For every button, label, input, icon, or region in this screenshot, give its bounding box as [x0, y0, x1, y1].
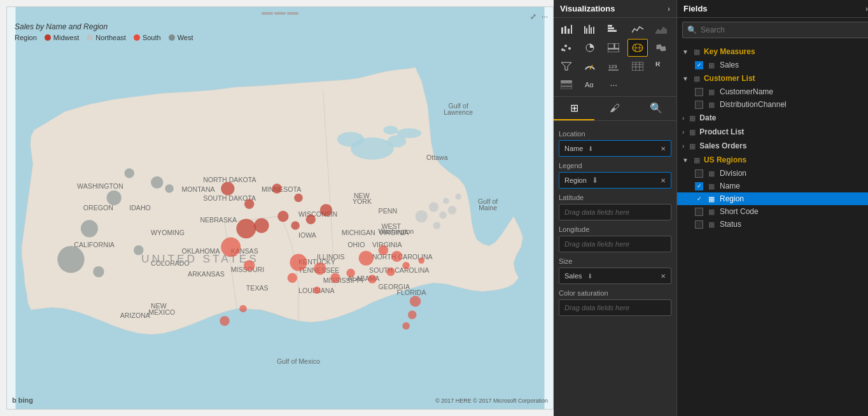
svg-text:IOWA: IOWA — [298, 231, 317, 239]
svg-point-56 — [107, 190, 122, 205]
legend-field-close[interactable]: ✕ — [661, 177, 666, 184]
size-field-close[interactable]: ✕ — [661, 273, 666, 280]
svg-rect-104 — [586, 28, 587, 34]
longitude-field-drop[interactable]: Drag data fields here — [559, 236, 671, 252]
svg-text:ARIZONA: ARIZONA — [120, 312, 151, 319]
viz-pie-icon[interactable] — [580, 39, 600, 57]
svg-text:Ottawa: Ottawa — [426, 154, 448, 161]
viz-slicer-icon[interactable] — [556, 76, 577, 94]
svg-point-66 — [291, 221, 300, 230]
legend-field-drop[interactable]: Region ⬇ ✕ — [559, 172, 671, 189]
svg-rect-116 — [608, 43, 614, 48]
viz-treemap-icon[interactable] — [603, 39, 624, 57]
key-measures-arrow: ▼ — [682, 48, 689, 55]
field-region-checkbox[interactable] — [695, 195, 703, 203]
viz-scatter-icon[interactable] — [556, 39, 577, 57]
map-copyright: © 2017 HERE © 2017 Microsoft Corporation — [435, 398, 548, 404]
svg-point-97 — [408, 310, 417, 319]
svg-point-73 — [314, 262, 326, 275]
map-more-icon[interactable]: ··· — [542, 12, 548, 21]
group-product-list[interactable]: › ▦ Product List — [677, 125, 868, 139]
svg-point-67 — [306, 215, 316, 224]
viz-tab-fields[interactable]: ⊞ — [554, 97, 594, 120]
group-key-measures[interactable]: ▼ ▦ Key Measures — [677, 45, 868, 59]
svg-point-88 — [239, 305, 247, 313]
map-expand-icon[interactable]: ⤢ — [530, 12, 536, 21]
fields-expand-arrow[interactable]: › — [865, 4, 868, 13]
location-field-drop[interactable]: Name ⬇ ✕ — [559, 140, 671, 157]
viz-tab-analytics[interactable]: 🔍 — [636, 97, 676, 120]
field-short-code-checkbox[interactable] — [695, 208, 703, 216]
color-field-drop[interactable]: Drag data fields here — [559, 299, 671, 316]
svg-point-60 — [93, 266, 104, 277]
viz-area-icon[interactable] — [651, 20, 671, 38]
viz-map-icon[interactable] — [627, 39, 648, 57]
viz-expand-arrow[interactable]: › — [668, 4, 670, 13]
svg-point-70 — [272, 183, 281, 193]
location-field-close[interactable]: ✕ — [661, 145, 666, 152]
group-sales-orders[interactable]: › ▦ Sales Orders — [677, 139, 868, 153]
group-date[interactable]: › ▦ Date — [677, 111, 868, 125]
svg-point-76 — [359, 251, 374, 266]
svg-point-72 — [290, 254, 307, 271]
size-field-drop[interactable]: Sales ⬇ ✕ — [559, 268, 671, 284]
svg-rect-101 — [568, 29, 570, 34]
group-customer-list[interactable]: ▼ ▦ Customer List — [677, 71, 868, 85]
search-input[interactable] — [682, 22, 868, 38]
svg-text:Lawrence: Lawrence — [444, 108, 473, 116]
field-sales-checkbox[interactable] — [695, 61, 703, 69]
visualizations-panel: Visualizations › — [554, 0, 677, 416]
latitude-field-drop[interactable]: Drag data fields here — [559, 204, 671, 220]
svg-point-111 — [561, 48, 564, 51]
field-customer-name[interactable]: ▦ CustomerName — [677, 85, 868, 98]
viz-kpi-icon[interactable]: 123 — [603, 57, 624, 75]
svg-point-58 — [151, 176, 163, 189]
viz-gauge-icon[interactable] — [580, 57, 600, 75]
product-list-label: Product List — [699, 127, 744, 136]
svg-point-3 — [337, 132, 365, 147]
svg-point-82 — [221, 237, 241, 257]
field-division[interactable]: ▦ Division — [677, 167, 868, 180]
svg-text:MONTANA: MONTANA — [181, 185, 215, 193]
svg-text:Maine: Maine — [479, 204, 497, 212]
viz-funnel-icon[interactable] — [556, 57, 577, 75]
svg-point-112 — [564, 45, 567, 47]
viz-matrix-icon[interactable]: R — [651, 57, 671, 75]
field-distribution-channel[interactable]: ▦ DistributionChannel — [677, 98, 868, 111]
viz-tab-format[interactable]: 🖌 — [594, 97, 635, 120]
viz-card-icon[interactable]: Aα — [580, 76, 600, 94]
viz-more-icon[interactable]: ··· — [603, 76, 624, 94]
viz-bar-clustered-icon[interactable] — [580, 20, 600, 38]
field-distribution-checkbox[interactable] — [695, 101, 703, 109]
svg-point-69 — [294, 194, 303, 203]
field-status-checkbox[interactable] — [695, 220, 703, 229]
field-customer-name-checkbox[interactable] — [695, 88, 703, 96]
date-arrow: › — [682, 115, 684, 122]
viz-filled-map-icon[interactable] — [651, 39, 671, 57]
fields-panel-header: Fields › — [677, 0, 868, 18]
svg-point-78 — [391, 251, 402, 262]
field-name-checkbox[interactable] — [695, 182, 703, 190]
svg-point-64 — [254, 218, 269, 233]
field-status[interactable]: ▦ Status — [677, 218, 868, 231]
product-list-arrow: › — [682, 129, 684, 136]
key-measures-table-icon: ▦ — [694, 48, 700, 56]
field-short-code[interactable]: ▦ Short Code — [677, 205, 868, 218]
field-region-label: Region — [720, 194, 744, 203]
fields-panel: Fields › 🔍 ▼ ▦ Key Measures ▦ Sales ▼ ▦ … — [677, 0, 868, 416]
group-us-regions[interactable]: ▼ ▦ US Regions — [677, 153, 868, 167]
customer-list-arrow: ▼ — [682, 75, 689, 82]
field-name[interactable]: ▦ Name — [677, 180, 868, 192]
field-region[interactable]: ▦ Region — [677, 192, 868, 205]
viz-column-icon[interactable] — [603, 20, 624, 38]
field-sales[interactable]: ▦ Sales — [677, 59, 868, 71]
svg-point-113 — [568, 47, 571, 50]
viz-bar-icon[interactable] — [556, 20, 577, 38]
field-division-checkbox[interactable] — [695, 169, 703, 178]
svg-point-68 — [320, 204, 332, 216]
viz-table-icon[interactable] — [627, 57, 648, 75]
date-table-icon: ▦ — [689, 114, 696, 122]
viz-line-icon[interactable] — [627, 20, 648, 38]
svg-text:Aα: Aα — [585, 81, 594, 89]
svg-rect-109 — [608, 27, 614, 29]
